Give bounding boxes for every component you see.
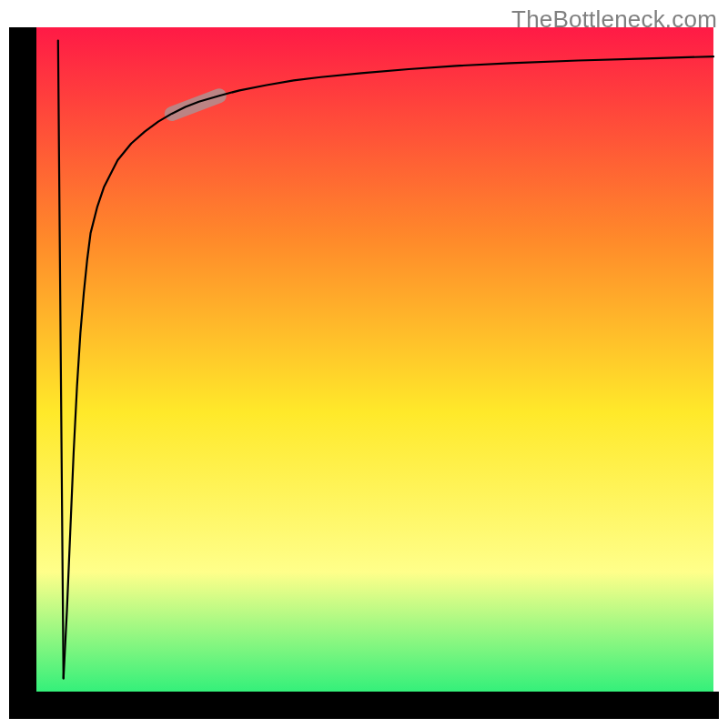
- plot-background: [36, 27, 713, 692]
- y-axis-border: [9, 27, 36, 705]
- bottleneck-chart: [0, 0, 728, 728]
- chart-frame: TheBottleneck.com: [0, 0, 728, 728]
- x-axis-border: [9, 692, 719, 719]
- attribution-label: TheBottleneck.com: [511, 5, 717, 34]
